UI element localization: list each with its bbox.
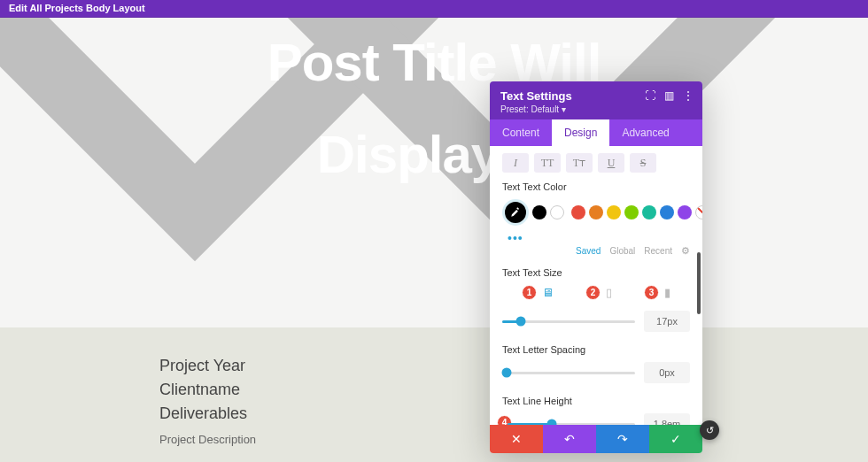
swatch-teal[interactable]	[642, 205, 656, 219]
canvas: Post Title Will Display H Project Year C…	[0, 18, 868, 462]
hero-title: Post Title Will Display H	[0, 34, 868, 184]
swatch-purple[interactable]	[678, 205, 692, 219]
more-swatches-icon[interactable]: •••	[508, 231, 690, 245]
strike-button[interactable]: S	[630, 153, 656, 173]
panel-header[interactable]: Text Settings Preset: Default ▾ ⛶ ▥ ⋮	[490, 81, 702, 119]
lineheight-input[interactable]	[644, 413, 690, 425]
underline-button[interactable]: U	[598, 153, 624, 173]
swatch-black[interactable]	[532, 205, 546, 219]
swatch-yellow[interactable]	[607, 205, 621, 219]
swatch-white[interactable]	[550, 205, 564, 219]
size-label: Text Text Size	[502, 267, 690, 278]
swatch-orange[interactable]	[589, 205, 603, 219]
device-tablet[interactable]: 2 ▯	[585, 285, 612, 300]
top-bar: Edit All Projects Body Layout	[0, 0, 868, 18]
capitalize-button[interactable]: Tᴛ	[566, 153, 593, 173]
scrollbar-thumb[interactable]	[697, 252, 701, 314]
undo-button[interactable]: ↶	[543, 425, 596, 453]
color-label: Text Text Color	[502, 181, 690, 192]
meta-year: Project Year	[159, 354, 256, 378]
italic-button[interactable]: I	[502, 153, 529, 173]
panel-preset[interactable]: Preset: Default ▾	[500, 104, 692, 114]
panel-body: I TT Tᴛ U S Text Text Color	[490, 146, 702, 425]
swatch-blue[interactable]	[660, 205, 674, 219]
phone-icon: ▮	[664, 286, 670, 299]
redo-button[interactable]: ↷	[596, 425, 649, 453]
history-fab[interactable]: ↺	[700, 420, 719, 440]
recent-link[interactable]: Recent	[644, 246, 672, 256]
global-link[interactable]: Global	[609, 246, 635, 256]
format-row: I TT Tᴛ U S	[502, 153, 690, 173]
tab-advanced[interactable]: Advanced	[609, 119, 681, 146]
column-icon[interactable]: ▥	[664, 89, 674, 102]
meta-client: Clientname	[159, 378, 256, 402]
saved-link[interactable]: Saved	[576, 246, 601, 256]
color-picker-button[interactable]	[502, 199, 529, 226]
size-slider[interactable]	[502, 320, 635, 323]
letter-slider-row	[502, 362, 690, 383]
tab-content[interactable]: Content	[490, 119, 552, 146]
badge-2: 2	[585, 285, 601, 300]
lineheight-slider-row: 4	[502, 413, 690, 425]
meta-description: Project Description	[159, 433, 256, 446]
size-slider-row	[502, 311, 690, 332]
uppercase-button[interactable]: TT	[534, 153, 561, 173]
panel-tabs: Content Design Advanced	[490, 119, 702, 146]
device-phone[interactable]: 3 ▮	[644, 285, 670, 300]
desktop-icon: 🖥	[542, 286, 554, 299]
letter-slider[interactable]	[502, 372, 635, 374]
swatch-none[interactable]	[695, 205, 702, 219]
letter-input[interactable]	[644, 362, 690, 383]
page-title: Edit All Projects Body Layout	[9, 3, 145, 13]
color-swatches	[502, 199, 690, 226]
eyedropper-icon	[509, 206, 522, 219]
project-meta: Project Year Clientname Deliverables Pro…	[159, 354, 256, 446]
badge-1: 1	[522, 285, 537, 300]
size-input[interactable]	[644, 311, 690, 332]
saved-row: Saved Global Recent ⚙	[502, 245, 690, 257]
gear-icon[interactable]: ⚙	[681, 245, 690, 257]
lineheight-slider[interactable]	[508, 423, 635, 426]
device-desktop[interactable]: 1 🖥	[522, 285, 554, 300]
cancel-button[interactable]: ✕	[490, 425, 543, 453]
panel-footer: ✕ ↶ ↷ ✓	[490, 425, 702, 453]
expand-icon[interactable]: ⛶	[645, 89, 655, 102]
more-icon[interactable]: ⋮	[683, 89, 694, 102]
tablet-icon: ▯	[606, 286, 612, 299]
meta-deliverables: Deliverables	[159, 402, 256, 426]
settings-panel: Text Settings Preset: Default ▾ ⛶ ▥ ⋮ Co…	[490, 81, 702, 453]
device-row: 1 🖥 2 ▯ 3 ▮	[502, 285, 690, 300]
letter-label: Text Letter Spacing	[502, 344, 690, 355]
lineheight-label: Text Line Height	[502, 396, 690, 406]
swatch-red[interactable]	[571, 205, 585, 219]
swatch-green[interactable]	[624, 205, 639, 219]
hero-section: Post Title Will Display H	[0, 18, 868, 327]
save-button[interactable]: ✓	[649, 425, 702, 453]
badge-3: 3	[644, 285, 659, 300]
tab-design[interactable]: Design	[552, 119, 609, 146]
